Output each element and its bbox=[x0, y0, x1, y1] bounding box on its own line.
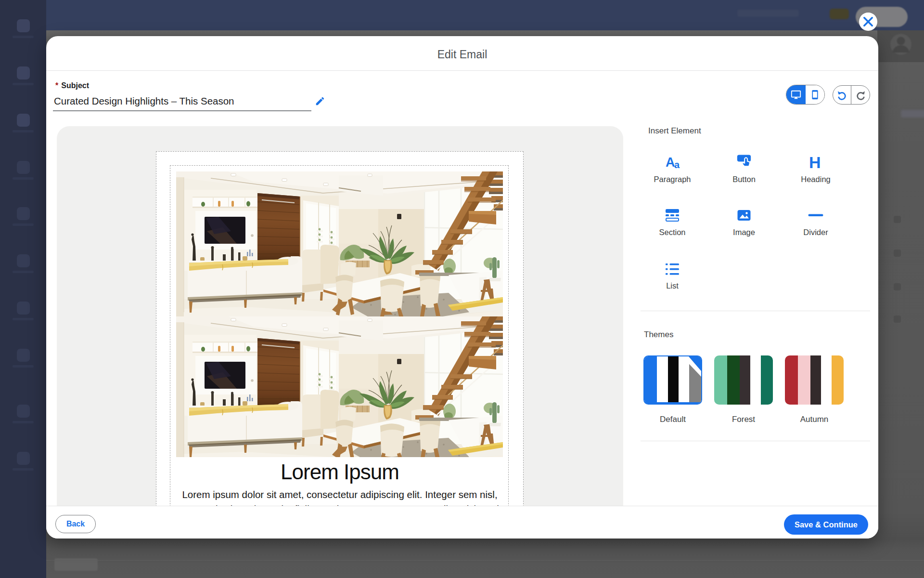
svg-text:A: A bbox=[666, 155, 675, 170]
svg-text:H: H bbox=[809, 153, 821, 170]
svg-text:a: a bbox=[674, 159, 680, 170]
